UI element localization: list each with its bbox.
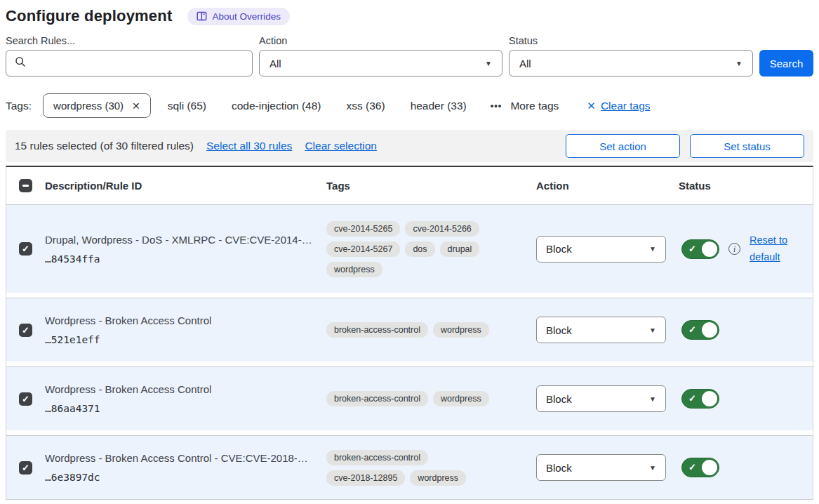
row-checkbox[interactable]: ✓ [19,461,32,475]
rule-id: …84534ffa [45,253,326,265]
action-select[interactable]: Block ▼ [536,236,666,263]
chevron-down-icon: ▼ [649,464,656,472]
status-toggle-on[interactable]: ✓ [681,320,719,340]
action-filter-select[interactable]: All ▼ [259,50,502,77]
status-filter-select[interactable]: All ▼ [509,50,753,77]
tag-pill: cve-2018-12895 [326,470,405,486]
tag-option-sqli[interactable]: sqli (65) [168,100,206,112]
column-header-action: Action [536,180,679,192]
row-checkbox-cell: ✓ [6,461,45,475]
check-icon: ✓ [22,244,29,253]
set-status-button[interactable]: Set status [690,134,804,158]
tag-option-xss[interactable]: xss (36) [347,100,385,112]
row-tags-cell: broken-access-control wordpress [326,322,536,338]
ellipsis-icon: ••• [491,100,502,111]
tag-pill: cve-2014-5267 [326,241,400,257]
row-description-cell: Wordpress - Broken Access Control - CVE:… [45,452,326,483]
page-title: Configure deployment [6,7,172,25]
chevron-down-icon: ▼ [735,60,743,67]
status-toggle-on[interactable]: ✓ [681,239,719,259]
reset-to-default-link[interactable]: Reset to default [750,232,799,266]
clear-selection-link[interactable]: Clear selection [305,140,377,152]
selection-links: Select all 30 rules Clear selection [206,140,377,152]
chevron-down-icon: ▼ [649,326,656,334]
tag-pills: cve-2014-5265 cve-2014-5266 cve-2014-526… [326,221,503,277]
toggle-knob [702,460,717,475]
rule-description: Wordpress - Broken Access Control - CVE:… [45,452,326,464]
filters-bar: Search Rules... Action All ▼ Status All … [6,35,813,77]
row-description-cell: Wordpress - Broken Access Control …521e1… [45,314,326,345]
row-checkbox[interactable]: ✓ [19,242,32,256]
info-icon[interactable]: i [728,243,740,255]
search-rules-group: Search Rules... [6,35,253,77]
status-toggle-on[interactable]: ✓ [681,458,719,477]
table-header-row: Description/Rule ID Tags Action Status [6,167,813,204]
search-rules-label: Search Rules... [6,35,253,46]
close-icon: ✕ [587,100,596,112]
action-select[interactable]: Block ▼ [536,385,666,412]
tag-pills: broken-access-control cve-2018-12895 wor… [326,450,503,486]
row-description-cell: Wordpress - Broken Access Control …86aa4… [45,383,326,414]
select-all-checkbox[interactable] [19,179,32,192]
search-button[interactable]: Search [759,50,813,77]
row-description-cell: Drupal, Wordpress - DoS - XMLRPC - CVE:C… [45,234,326,265]
selection-summary: 15 rules selected (of 30 filtered rules) [15,140,194,152]
about-overrides-badge[interactable]: About Overrides [187,8,290,25]
row-action-cell: Block ▼ [536,317,679,343]
more-tags-button[interactable]: ••• More tags [491,100,559,112]
tags-label: Tags: [6,100,32,112]
action-filter-group: Action All ▼ [259,35,502,77]
toggle-knob [702,322,717,338]
tag-pill: drupal [440,241,480,257]
rule-description: Wordpress - Broken Access Control [45,314,326,326]
tag-option-header[interactable]: header (33) [411,100,467,112]
action-value: Block [546,462,572,474]
select-all-link[interactable]: Select all 30 rules [206,140,292,152]
toggle-knob [702,241,717,257]
action-filter-label: Action [259,35,502,46]
action-select[interactable]: Block ▼ [536,454,666,481]
row-status-cell: ✓ [679,458,813,477]
row-checkbox[interactable]: ✓ [19,392,32,406]
chevron-down-icon: ▼ [649,395,656,403]
chevron-down-icon: ▼ [485,60,492,67]
table-row: ✓ Wordpress - Broken Access Control - CV… [6,435,813,499]
check-icon: ✓ [688,393,696,404]
configure-deployment-page: Configure deployment About Overrides Sea… [0,0,819,500]
action-select[interactable]: Block ▼ [536,317,666,343]
selected-tag-wordpress[interactable]: wordpress (30) ✕ [43,93,151,118]
check-icon: ✓ [688,462,696,472]
tag-pill: broken-access-control [326,322,428,338]
row-action-cell: Block ▼ [536,385,679,412]
rule-id: …521e1eff [45,334,326,345]
tag-pill: wordpress [433,322,489,338]
check-icon: ✓ [688,324,696,335]
table-row: ✓ Wordpress - Broken Access Control …86a… [6,366,813,430]
tag-pill: wordpress [326,262,382,277]
tag-pill: broken-access-control [326,450,428,465]
search-rules-box [6,50,253,77]
tag-pills: broken-access-control wordpress [326,322,503,338]
tag-pill: dos [405,241,434,257]
remove-tag-icon[interactable]: ✕ [132,100,140,112]
search-icon [15,56,26,70]
column-header-tags: Tags [326,180,536,192]
set-action-button[interactable]: Set action [566,134,680,158]
row-checkbox-cell: ✓ [6,392,45,406]
table-row: ✓ Wordpress - Broken Access Control …521… [6,298,813,362]
table-row: ✓ Drupal, Wordpress - DoS - XMLRPC - CVE… [6,204,813,293]
about-overrides-label: About Overrides [212,11,281,22]
search-rules-input[interactable] [32,58,244,69]
clear-tags-link[interactable]: ✕ Clear tags [587,100,650,112]
row-status-cell: ✓ [679,320,813,340]
rule-id: …86aa4371 [45,403,326,414]
title-row: Configure deployment About Overrides [6,7,813,25]
row-checkbox-cell: ✓ [6,324,45,337]
column-header-status: Status [679,180,813,192]
tag-option-code-injection[interactable]: code-injection (48) [232,100,321,112]
row-action-cell: Block ▼ [536,454,679,481]
row-checkbox[interactable]: ✓ [19,324,32,337]
row-tags-cell: cve-2014-5265 cve-2014-5266 cve-2014-526… [326,221,536,277]
status-toggle-on[interactable]: ✓ [681,389,719,409]
selected-tag-label: wordpress (30) [53,100,124,112]
